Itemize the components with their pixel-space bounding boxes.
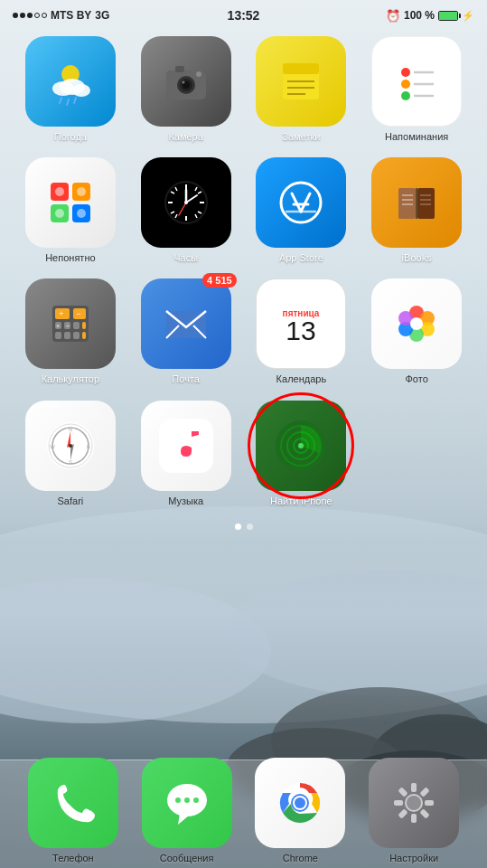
- svg-text:−: −: [76, 309, 80, 318]
- app-icon-calendar: пятница 13: [256, 278, 346, 369]
- app-item-photos[interactable]: Фото: [362, 278, 471, 385]
- svg-line-14: [74, 98, 76, 103]
- app-item-calc[interactable]: + − × ÷ Калькулятор: [16, 278, 125, 385]
- dock-icon-chrome: [255, 758, 345, 848]
- svg-point-30: [401, 91, 410, 100]
- svg-point-28: [401, 68, 410, 77]
- dock-icon-messages: [142, 758, 232, 848]
- messages-icon-svg: [160, 776, 214, 830]
- svg-line-12: [60, 98, 61, 103]
- app-item-appstore[interactable]: App Store: [248, 157, 356, 264]
- dock-icon-phone: [28, 758, 118, 848]
- dock-icon-settings: [369, 758, 459, 848]
- app-label-notes: Заметки: [282, 131, 320, 143]
- phone-icon-svg: [46, 776, 100, 830]
- svg-rect-83: [64, 332, 70, 339]
- notes-icon-svg: [274, 54, 328, 108]
- mail-icon-svg: [159, 297, 213, 351]
- svg-point-39: [77, 187, 86, 196]
- app-item-notes[interactable]: Заметки: [248, 36, 356, 143]
- ibooks-icon-svg: [389, 175, 444, 230]
- app-icon-calc: + − × ÷: [25, 278, 116, 369]
- calendar-icon-svg: пятница 13: [274, 297, 328, 351]
- svg-text:W: W: [50, 444, 55, 449]
- svg-text:13: 13: [286, 316, 316, 345]
- app-label-music: Музыка: [168, 495, 203, 507]
- app-label-neponyatno: Непонятно: [45, 252, 95, 264]
- charging-icon: ⚡: [462, 10, 474, 22]
- dock-label-phone: Телефон: [52, 853, 94, 863]
- svg-point-40: [55, 209, 64, 218]
- svg-text:+: +: [59, 309, 63, 318]
- svg-rect-138: [398, 808, 407, 818]
- svg-rect-66: [398, 188, 416, 219]
- safari-icon-svg: N S W E: [43, 419, 98, 473]
- app-label-calendar: Календарь: [276, 373, 327, 385]
- app-item-music[interactable]: Музыка: [132, 401, 240, 507]
- app-item-find[interactable]: Найти iPhone: [248, 401, 356, 507]
- find-icon-svg: [274, 419, 328, 473]
- status-bar: MTS BY 3G 13:52 ⏰ 100 % ⚡: [0, 0, 487, 27]
- app-icon-mail: 4 515: [141, 278, 231, 369]
- dock-item-settings[interactable]: Настройки: [369, 758, 459, 863]
- photos-icon-svg: [389, 297, 444, 351]
- svg-line-61: [292, 193, 301, 212]
- chrome-icon-svg: [273, 776, 327, 830]
- network-label: 3G: [95, 9, 109, 22]
- app-item-weather[interactable]: Погода: [16, 36, 125, 143]
- app-icon-ibooks: [371, 157, 462, 248]
- page-dots: [0, 524, 487, 530]
- app-label-reminders: Напоминания: [385, 131, 448, 143]
- app-icon-music: [141, 401, 231, 491]
- app-icon-appstore: [256, 157, 346, 248]
- reminders-icon-svg: [389, 54, 444, 108]
- app-item-ibooks[interactable]: iBooks: [362, 157, 471, 264]
- svg-line-62: [301, 193, 310, 212]
- page-dot-1: [235, 524, 241, 530]
- svg-rect-84: [73, 332, 80, 339]
- app-item-clock[interactable]: Часы: [132, 157, 240, 264]
- app-item-reminders[interactable]: Напоминания: [362, 36, 471, 143]
- app-item-safari[interactable]: N S W E Safari: [16, 401, 125, 507]
- app-label-mail: Почта: [172, 373, 200, 385]
- appstore-icon-svg: [274, 175, 328, 230]
- app-icon-weather: [25, 36, 116, 127]
- app-label-weather: Погода: [54, 131, 87, 143]
- svg-rect-140: [398, 787, 407, 797]
- app-label-calc: Калькулятор: [42, 373, 99, 385]
- svg-rect-135: [425, 800, 434, 806]
- svg-rect-133: [411, 783, 417, 792]
- svg-point-121: [298, 443, 304, 448]
- svg-rect-81: [82, 322, 86, 329]
- app-item-calendar[interactable]: пятница 13 Календарь: [248, 278, 356, 385]
- app-label-safari: Safari: [58, 495, 84, 507]
- svg-line-13: [67, 99, 69, 105]
- settings-icon-svg: [387, 776, 441, 830]
- svg-text:E: E: [87, 444, 90, 449]
- svg-point-29: [401, 80, 410, 89]
- svg-rect-137: [411, 814, 417, 823]
- svg-point-130: [295, 797, 305, 808]
- app-label-camera: Камера: [168, 131, 202, 143]
- mail-badge: 4 515: [202, 273, 237, 288]
- app-item-camera[interactable]: Камера: [132, 36, 240, 143]
- dock-item-phone[interactable]: Телефон: [28, 758, 118, 863]
- svg-point-22: [196, 71, 201, 77]
- carrier-label: MTS BY: [51, 9, 91, 22]
- app-label-photos: Фото: [405, 373, 427, 385]
- signal-dot-1: [13, 13, 18, 18]
- battery-fill: [439, 12, 457, 20]
- signal-dots: [13, 13, 47, 18]
- status-left: MTS BY 3G: [13, 9, 109, 22]
- dock-item-chrome[interactable]: Chrome: [255, 758, 345, 863]
- app-icon-neponyatno: [25, 157, 116, 248]
- svg-point-126: [193, 797, 199, 803]
- battery-icon: [438, 11, 458, 21]
- dock-item-messages[interactable]: Сообщения: [142, 758, 232, 863]
- app-icon-notes: [256, 36, 346, 127]
- app-label-find: Найти iPhone: [270, 495, 332, 507]
- app-icon-clock: [141, 157, 231, 248]
- app-item-neponyatno[interactable]: Непонятно: [16, 157, 125, 264]
- status-time: 13:52: [228, 8, 260, 23]
- app-item-mail[interactable]: 4 515 Почта: [132, 278, 240, 385]
